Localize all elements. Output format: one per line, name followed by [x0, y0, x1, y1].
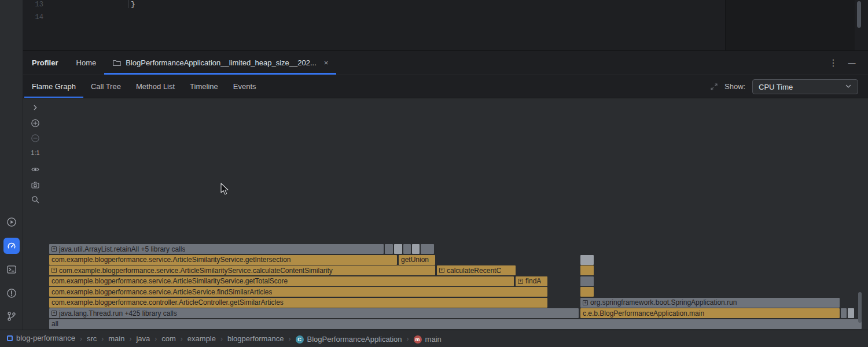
search-icon[interactable]	[31, 195, 40, 204]
breadcrumb-label: main	[425, 335, 442, 344]
breadcrumb-item-blog-performance[interactable]: blog-performance	[7, 334, 75, 342]
version-control-icon[interactable]	[6, 311, 17, 322]
expand-icon[interactable]: +	[439, 268, 444, 273]
line-number: 14	[32, 11, 43, 24]
flame-frame[interactable]	[580, 287, 594, 297]
editor-pane[interactable]: 13 14 }	[23, 0, 868, 51]
flame-frame[interactable]: c.e.b.BlogPerformanceApplication.main	[580, 308, 840, 318]
project-icon	[7, 335, 13, 341]
flame-frame[interactable]: +org.springframework.boot.SpringApplicat…	[580, 298, 840, 308]
breadcrumb-item-java[interactable]: java	[136, 334, 150, 343]
breadcrumb-item-main[interactable]: main	[108, 334, 124, 343]
expand-panel-icon[interactable]	[31, 103, 40, 112]
view-tab-method-list[interactable]: Method List	[128, 75, 182, 98]
frame-label: com.example.blogperformance.service.Arti…	[52, 277, 288, 285]
breadcrumb-item-blogperformanceapplication[interactable]: CBlogPerformanceApplication	[296, 335, 402, 344]
zoom-out-icon[interactable]	[31, 134, 40, 143]
breadcrumb: blog-performance›src›main›java›com›examp…	[7, 334, 442, 344]
frame-label: com.example.blogperformance.controller.A…	[52, 298, 284, 307]
frame-label: org.springframework.boot.SpringApplicati…	[590, 298, 737, 307]
breadcrumb-item-example[interactable]: example	[187, 334, 216, 343]
breadcrumb-label: blog-performance	[16, 334, 75, 342]
view-tab-timeline[interactable]: Timeline	[182, 75, 226, 98]
view-tab-flame-graph[interactable]: Flame Graph	[24, 75, 83, 98]
class-icon: C	[296, 335, 304, 344]
expand-icon[interactable]: +	[52, 268, 57, 273]
flame-frame[interactable]: +com.example.blogperformance.service.Art…	[49, 265, 435, 275]
flame-frame[interactable]	[580, 276, 594, 286]
frame-label: all	[52, 320, 58, 328]
flame-frame[interactable]: +calculateRecentC	[437, 265, 516, 275]
view-tab-call-tree[interactable]: Call Tree	[83, 75, 128, 98]
breadcrumb-label: java	[136, 334, 150, 343]
run-profiler-icon[interactable]	[6, 217, 17, 227]
frame-label: calculateRecentC	[447, 267, 501, 275]
toolwindow-title: Profiler	[32, 58, 58, 67]
close-icon[interactable]: ×	[324, 58, 329, 67]
frame-label: java.lang.Thread.run +425 library calls	[59, 309, 177, 318]
breadcrumb-separator: ›	[155, 335, 157, 343]
show-dropdown[interactable]: CPU Time	[752, 79, 858, 94]
flame-frame[interactable]	[385, 244, 393, 254]
more-options-icon[interactable]: ⋮	[826, 56, 840, 70]
tab-home[interactable]: Home	[69, 51, 104, 75]
breadcrumb-item-src[interactable]: src	[87, 334, 97, 343]
breadcrumb-item-com[interactable]: com	[161, 334, 176, 343]
flame-frame[interactable]: getUnion	[399, 255, 435, 265]
chevron-down-icon	[844, 82, 853, 93]
frame-label: com.example.blogperformance.service.Arti…	[52, 256, 291, 264]
frame-label: findA	[525, 277, 541, 285]
indent-guide	[128, 0, 129, 8]
scale-to-fit-icon[interactable]	[709, 82, 719, 93]
eye-icon[interactable]	[31, 165, 40, 174]
hide-toolwindow-icon[interactable]: —	[845, 56, 859, 70]
terminal-icon[interactable]	[6, 264, 17, 275]
line-number: 13	[32, 0, 43, 11]
code-line: }	[131, 0, 135, 11]
expand-icon[interactable]: +	[52, 246, 57, 252]
tab-session-label: BlogPerformanceApplication__limited_heap…	[126, 58, 317, 67]
expand-icon[interactable]: +	[583, 300, 588, 305]
breadcrumb-separator: ›	[181, 335, 183, 343]
frame-label: getUnion	[401, 256, 429, 264]
flame-frame[interactable]: com.example.blogperformance.controller.A…	[49, 298, 547, 308]
flame-frame[interactable]: +java.lang.Thread.run +425 library calls	[49, 308, 579, 318]
problems-icon[interactable]	[6, 288, 17, 298]
expand-icon[interactable]: +	[52, 311, 57, 316]
status-bar: blog-performance›src›main›java›com›examp…	[0, 330, 868, 347]
tab-home-label: Home	[76, 58, 97, 67]
view-tab-events[interactable]: Events	[226, 75, 264, 98]
expand-icon[interactable]: +	[518, 279, 523, 284]
camera-icon[interactable]	[31, 180, 40, 190]
frame-label: com.example.blogperformance.service.Arti…	[52, 288, 272, 296]
breadcrumb-item-blogperformance[interactable]: blogperformance	[227, 334, 284, 343]
breadcrumb-item-main[interactable]: mmain	[414, 335, 442, 344]
flame-scrollbar[interactable]	[858, 292, 862, 323]
breadcrumb-label: BlogPerformanceApplication	[307, 335, 402, 344]
flame-frame[interactable]	[394, 244, 402, 254]
zoom-reset-button[interactable]: 1:1	[28, 149, 42, 156]
editor-right-margin	[725, 0, 855, 50]
flame-frame[interactable]: all	[49, 319, 862, 329]
flame-frame[interactable]	[848, 308, 854, 318]
flame-frame[interactable]	[841, 308, 847, 318]
breadcrumb-separator: ›	[220, 335, 223, 343]
zoom-in-icon[interactable]	[31, 119, 40, 128]
tab-session[interactable]: BlogPerformanceApplication__limited_heap…	[104, 51, 336, 75]
flame-frame[interactable]: +java.util.ArrayList.retainAll +5 librar…	[49, 244, 384, 254]
flame-frame[interactable]: com.example.blogperformance.service.Arti…	[49, 287, 547, 297]
flame-frame[interactable]: com.example.blogperformance.service.Arti…	[49, 276, 514, 286]
flame-frame[interactable]	[580, 265, 594, 275]
flame-frame[interactable]: com.example.blogperformance.service.Arti…	[49, 255, 397, 265]
left-tool-stripe	[0, 0, 23, 330]
breadcrumb-label: main	[108, 334, 124, 343]
flame-frame[interactable]	[412, 244, 420, 254]
flame-frame[interactable]	[403, 244, 411, 254]
flame-frame[interactable]	[580, 255, 594, 265]
show-dropdown-value: CPU Time	[759, 83, 844, 91]
flame-graph-area: 1:1 +java.util.ArrayList.retainAll +5 li…	[23, 98, 868, 330]
editor-scrollbar[interactable]	[857, 1, 861, 28]
profiler-toolwindow-icon[interactable]	[3, 238, 20, 254]
flame-frame[interactable]	[421, 244, 434, 254]
flame-frame[interactable]: +findA	[516, 276, 547, 286]
